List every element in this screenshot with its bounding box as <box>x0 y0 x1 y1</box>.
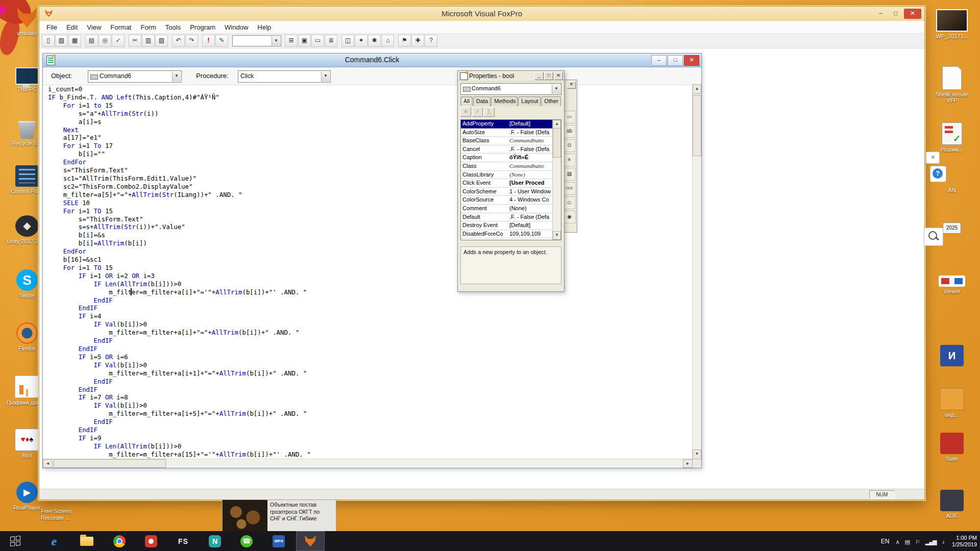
property-row[interactable]: Destroy Event[Default] <box>461 221 561 230</box>
menu-designer-button[interactable]: ✱ <box>368 35 381 47</box>
vertical-scroll-thumb[interactable] <box>693 95 701 156</box>
menu-edit[interactable]: Edit <box>62 23 82 31</box>
scroll-up-arrow[interactable]: ▲ <box>693 84 701 94</box>
scroll-thumb[interactable] <box>553 128 561 158</box>
browse-button[interactable]: ≣ <box>325 35 337 47</box>
print-preview-button[interactable]: ◎ <box>99 35 111 47</box>
properties-minimize-button[interactable]: _ <box>534 72 544 80</box>
tab-data[interactable]: Data <box>473 96 491 106</box>
option-button-tool[interactable]: ⊙ <box>563 139 576 152</box>
properties-object-combobox[interactable]: Command6 ▼ <box>460 83 561 95</box>
form-designer-button[interactable]: ▭ <box>311 35 324 47</box>
chevron-down-icon[interactable]: ▼ <box>272 36 280 45</box>
hyperlink-tool[interactable]: ◉ <box>563 211 576 223</box>
menu-program[interactable]: Program <box>185 23 220 31</box>
desktop-icon-suite[interactable]: Suite <box>930 433 974 462</box>
taskbar-mp4[interactable]: MP4 <box>264 531 293 551</box>
volume-icon[interactable]: ♪ <box>942 539 945 545</box>
select-tool[interactable]: ▭ <box>563 111 576 123</box>
scroll-up-arrow[interactable]: ▲ <box>553 120 561 129</box>
procedure-combobox[interactable]: Click ▼ <box>238 70 331 83</box>
desktop-icon-wp-photo[interactable]: WP_20171... <box>930 9 974 39</box>
builder-button[interactable]: ✚ <box>411 35 424 47</box>
menu-help[interactable]: Help <box>253 23 276 31</box>
new-button[interactable]: ▯ <box>42 35 55 47</box>
cancel-value-button[interactable]: ✕ <box>460 107 471 117</box>
minimize-button[interactable]: – <box>873 9 888 19</box>
form-controls-button[interactable]: ⊞ <box>285 35 298 47</box>
save-button[interactable]: ▦ <box>68 35 81 47</box>
query-button[interactable]: ✦ <box>355 35 368 47</box>
modify-button[interactable]: ✎ <box>215 35 228 47</box>
open-button[interactable]: ▨ <box>55 35 68 47</box>
taskbar-nox[interactable]: N <box>201 531 229 551</box>
code-window-titlebar[interactable]: Command6.Click – □ ✕ <box>43 54 701 67</box>
code-minimize-button[interactable]: – <box>651 55 667 66</box>
paste-button[interactable]: ▧ <box>155 35 168 47</box>
taskbar-explorer[interactable] <box>72 531 101 551</box>
taskbar-chrome[interactable] <box>105 531 134 551</box>
scroll-right-arrow[interactable]: ► <box>683 459 693 468</box>
property-row[interactable]: AddProperty[Default] <box>461 120 561 129</box>
tab-other[interactable]: Other <box>541 96 561 106</box>
data-environment-button[interactable]: ▣ <box>298 35 311 47</box>
spelling-button[interactable]: ✓ <box>112 35 125 47</box>
help-button[interactable]: ? <box>425 35 437 47</box>
report-designer-button[interactable]: ⌂ <box>381 35 394 47</box>
maximize-button[interactable]: □ <box>888 9 903 19</box>
expression-builder-button[interactable]: fx <box>484 107 495 117</box>
horizontal-scroll-thumb[interactable] <box>54 459 166 468</box>
chevron-down-icon[interactable]: ▼ <box>172 71 181 82</box>
desktop-icon-reshim[interactable]: Рсшим... <box>930 122 974 153</box>
undo-button[interactable]: ↶ <box>172 35 185 47</box>
chevron-down-icon[interactable]: ▼ <box>552 84 560 94</box>
desktop-icon-shellexecute-vfp[interactable]: ShellExecute VFP <box>930 66 974 104</box>
controls-close-button[interactable]: ✕ <box>567 81 576 89</box>
property-row[interactable]: ColorSource4 - Windows Co <box>461 196 561 205</box>
database-button[interactable]: ◫ <box>341 35 354 47</box>
property-row[interactable]: Default.F. - False (Defa <box>461 213 561 222</box>
image-tool[interactable]: ▨ <box>563 168 576 181</box>
print-button[interactable]: ▤ <box>85 35 98 47</box>
help-bubble-icon[interactable]: ? <box>930 166 946 182</box>
cut-button[interactable]: ✂ <box>129 35 141 47</box>
toolbar-combobox[interactable]: ▼ <box>232 35 281 46</box>
property-row[interactable]: ClassCommandbutto <box>461 162 561 171</box>
menu-file[interactable]: File <box>42 23 62 31</box>
free-screen-recorder-label[interactable]: Free ScreenRecorder ... <box>41 508 102 521</box>
property-row[interactable]: AutoSize.F. - False (Defa <box>461 129 561 137</box>
property-row[interactable]: Comment(None) <box>461 205 561 213</box>
desktop-icon-i-app[interactable]: И <box>930 345 974 366</box>
object-combobox[interactable]: Command6 ▼ <box>88 70 182 83</box>
start-button[interactable] <box>0 531 33 551</box>
accept-value-button[interactable]: ✓ <box>472 107 483 117</box>
label-tool[interactable]: ab <box>563 125 576 138</box>
shape-tool[interactable]: ◇ <box>563 196 576 209</box>
listbox-tool[interactable]: ≡ <box>563 154 576 166</box>
flag-icon[interactable]: ⚐ <box>915 539 920 545</box>
property-grid-scrollbar[interactable]: ▲ ▼ <box>552 120 561 240</box>
code-close-button[interactable]: ✕ <box>684 55 699 66</box>
close-button[interactable]: ✕ <box>904 9 921 19</box>
scroll-left-arrow[interactable]: ◄ <box>43 459 53 468</box>
menu-view[interactable]: View <box>82 23 106 31</box>
network-icon[interactable]: ▂▄▆ <box>925 539 937 545</box>
properties-maximize-button[interactable]: □ <box>544 72 553 80</box>
horizontal-scrollbar[interactable]: ◄ ► <box>43 459 693 468</box>
taskbar-phone[interactable]: ☎ <box>232 531 261 551</box>
taskbar-fs[interactable]: FS <box>169 531 198 551</box>
desktop-icon-an-label[interactable]: AN <box>930 185 974 193</box>
property-row[interactable]: ColorScheme1 - User Window <box>461 188 561 196</box>
code-text[interactable]: i_count=0 IF b_Find=.T. AND Left(This.Ca… <box>43 84 693 459</box>
run-button[interactable]: ! <box>202 35 215 47</box>
chevron-down-icon[interactable]: ▼ <box>321 71 330 82</box>
code-editor-area[interactable]: i_count=0 IF b_Find=.T. AND Left(This.Ca… <box>43 84 693 459</box>
vertical-scrollbar[interactable]: ▲ ▼ <box>692 84 701 459</box>
desktop-icon-and-folder[interactable]: анд... <box>930 388 974 418</box>
taskbar-foxpro[interactable] <box>296 531 325 551</box>
desktop-icon-aoe[interactable]: АОЕ <box>930 490 974 519</box>
taskbar-recorder[interactable] <box>137 531 165 551</box>
hidden-icons-chevron[interactable]: ∧ <box>896 539 899 545</box>
property-row[interactable]: Click Event[User Proced <box>461 179 561 188</box>
property-grid[interactable]: AddProperty[Default]AutoSize.F. - False … <box>460 119 561 240</box>
